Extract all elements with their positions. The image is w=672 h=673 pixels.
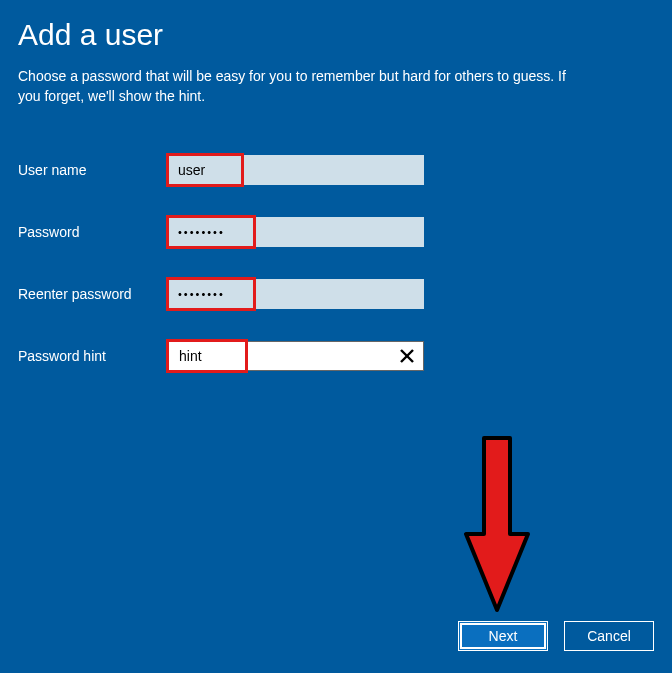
page-subtitle: Choose a password that will be easy for … <box>18 66 578 107</box>
next-button[interactable]: Next <box>458 621 548 651</box>
cancel-button[interactable]: Cancel <box>564 621 654 651</box>
page-title: Add a user <box>18 18 654 52</box>
password-hint-input[interactable] <box>168 341 424 371</box>
arrow-annotation <box>462 434 532 618</box>
username-label: User name <box>18 162 168 178</box>
reenter-password-input[interactable] <box>168 279 424 309</box>
clear-icon[interactable] <box>396 345 418 367</box>
reenter-password-label: Reenter password <box>18 286 168 302</box>
password-hint-label: Password hint <box>18 348 168 364</box>
username-input[interactable] <box>168 155 424 185</box>
password-label: Password <box>18 224 168 240</box>
password-input[interactable] <box>168 217 424 247</box>
